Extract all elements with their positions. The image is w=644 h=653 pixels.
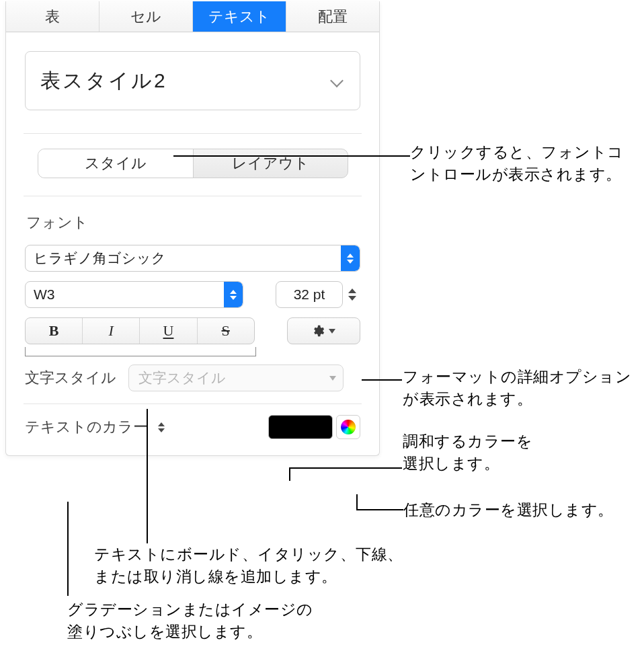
- font-size-stepper[interactable]: [347, 281, 360, 308]
- char-style-label: 文字スタイル: [25, 368, 116, 388]
- chevron-down-icon: [330, 73, 345, 88]
- strikethrough-button[interactable]: S: [198, 318, 254, 344]
- double-arrow-icon: [224, 282, 243, 307]
- chevron-down-icon: [329, 376, 336, 381]
- tab-text[interactable]: テキスト: [193, 1, 286, 32]
- tab-cell[interactable]: セル: [99, 1, 193, 32]
- char-style-popup[interactable]: 文字スタイル: [128, 364, 344, 391]
- font-weight-popup[interactable]: W3: [25, 281, 243, 308]
- paragraph-style-popup[interactable]: 表スタイル2: [25, 51, 360, 110]
- color-wheel-icon: [341, 420, 356, 434]
- bius-bracket: [25, 347, 256, 356]
- segment-style[interactable]: スタイル: [38, 149, 193, 178]
- divider: [24, 196, 362, 196]
- text-style-segment: B I U S: [25, 317, 255, 344]
- leader-line: [356, 494, 358, 509]
- callout-bius: テキストにボールド、イタリック、下線、 または取り消し線を追加します。: [94, 543, 511, 588]
- callout-style-tab: クリックすると、フォントコントロールが表示されます。: [410, 141, 639, 186]
- text-color-fill-popup[interactable]: [152, 417, 171, 437]
- font-size-value: 32 pt: [294, 286, 325, 303]
- chevron-down-icon: [329, 329, 335, 334]
- italic-button[interactable]: I: [83, 318, 140, 344]
- double-arrow-icon: [341, 245, 360, 271]
- callout-wheel: 任意のカラーを選択します。: [403, 499, 639, 521]
- callout-advanced: フォーマットの詳細オプションが表示されます。: [403, 366, 638, 411]
- stepper-up-icon: [348, 289, 356, 293]
- leader-line: [356, 509, 403, 510]
- text-color-swatch[interactable]: [268, 415, 333, 439]
- inspector-panel: 表 セル テキスト 配置 表スタイル2 スタイル レイアウト フォント ヒラギノ…: [5, 1, 380, 456]
- text-color-label: テキストのカラー: [25, 417, 148, 437]
- tab-arrange[interactable]: 配置: [286, 1, 379, 32]
- font-family-value: ヒラギノ角ゴシック: [34, 249, 166, 268]
- leader-line: [289, 467, 290, 481]
- bold-button[interactable]: B: [26, 318, 83, 344]
- leader-line: [147, 409, 148, 543]
- tab-table[interactable]: 表: [6, 1, 99, 32]
- leader-line: [67, 502, 69, 596]
- format-tabs: 表 セル テキスト 配置: [6, 1, 379, 32]
- color-wheel-button[interactable]: [336, 415, 360, 439]
- font-weight-value: W3: [34, 286, 55, 303]
- paragraph-style-label: 表スタイル2: [40, 67, 167, 95]
- stepper-down-icon: [348, 296, 356, 301]
- char-style-placeholder: 文字スタイル: [138, 369, 226, 387]
- segment-layout[interactable]: レイアウト: [193, 149, 348, 178]
- leader-line: [173, 155, 410, 157]
- font-section-heading: フォント: [26, 213, 360, 233]
- advanced-options-button[interactable]: [287, 317, 360, 344]
- leader-line: [362, 379, 402, 381]
- callout-gradient: グラデーションまたはイメージの 塗りつぶしを選択します。: [67, 599, 417, 644]
- underline-button[interactable]: U: [140, 318, 197, 344]
- callout-swatch: 調和するカラーを 選択します。: [403, 430, 618, 475]
- font-size-field[interactable]: 32 pt: [276, 281, 343, 308]
- gear-icon: [311, 324, 325, 338]
- font-family-popup[interactable]: ヒラギノ角ゴシック: [25, 245, 360, 272]
- style-layout-segment: スタイル レイアウト: [38, 149, 348, 178]
- leader-line: [289, 467, 402, 469]
